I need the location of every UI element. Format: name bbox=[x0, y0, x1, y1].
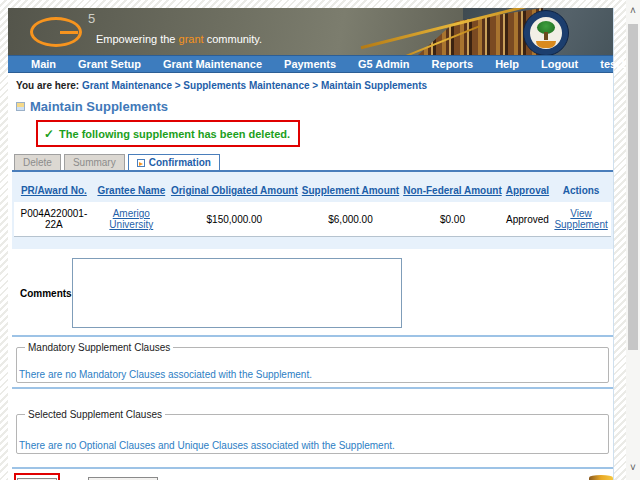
main-nav: Main Grant Setup Grant Maintenance Payme… bbox=[8, 55, 613, 73]
nav-reports[interactable]: Reports bbox=[421, 58, 485, 70]
mandatory-clauses-empty-text: There are no Mandatory Clauses associate… bbox=[19, 369, 312, 380]
cell-grantee-name: Amerigo University bbox=[94, 202, 169, 237]
cell-pr-award-no: P004A220001-22A bbox=[14, 202, 94, 237]
nav-payments[interactable]: Payments bbox=[273, 58, 347, 70]
cell-supplement-amount: $6,000.00 bbox=[300, 202, 401, 237]
col-grantee-name[interactable]: Grantee Name bbox=[94, 182, 169, 202]
mandatory-clauses-section: Mandatory Supplement Clauses There are n… bbox=[16, 342, 609, 383]
grantee-name-link[interactable]: Amerigo University bbox=[109, 208, 153, 230]
app-window: 5 Empowering the grant community. Main G… bbox=[8, 8, 614, 480]
breadcrumb: You are here: Grant Maintenance > Supple… bbox=[12, 80, 613, 91]
nav-help[interactable]: Help bbox=[484, 58, 530, 70]
section-divider bbox=[12, 335, 613, 337]
done-button-highlight: Done bbox=[14, 473, 60, 480]
col-supplement-amount[interactable]: Supplement Amount bbox=[300, 182, 401, 202]
comments-textarea[interactable] bbox=[72, 258, 402, 328]
table-row: P004A220001-22A Amerigo University $150,… bbox=[14, 202, 611, 237]
page-title-text: Maintain Supplements bbox=[30, 99, 168, 114]
selected-clauses-empty-text: There are no Optional Clauses and Unique… bbox=[19, 440, 395, 451]
confirmation-tab-icon bbox=[137, 159, 145, 167]
footer-graphic bbox=[589, 475, 613, 480]
tab-confirmation-label: Confirmation bbox=[149, 157, 211, 168]
mandatory-clauses-legend: Mandatory Supplement Clauses bbox=[25, 342, 173, 353]
nav-grant-setup[interactable]: Grant Setup bbox=[67, 58, 152, 70]
cell-original-obligated-amount: $150,000.00 bbox=[169, 202, 300, 237]
view-supplement-link[interactable]: View Supplement bbox=[554, 208, 607, 230]
selected-clauses-section: Selected Supplement Clauses There are no… bbox=[16, 409, 609, 454]
department-of-education-seal-icon bbox=[523, 10, 569, 55]
cell-non-federal-amount: $0.00 bbox=[401, 202, 504, 237]
breadcrumb-prefix: You are here: bbox=[16, 80, 79, 91]
header-banner: 5 Empowering the grant community. bbox=[8, 8, 613, 55]
tagline: Empowering the grant community. bbox=[96, 33, 262, 45]
cell-actions: View Supplement bbox=[551, 202, 611, 237]
supplement-table-container: PR/Award No. Grantee Name Original Oblig… bbox=[12, 172, 613, 249]
tab-confirmation[interactable]: Confirmation bbox=[128, 154, 220, 170]
col-approval[interactable]: Approval bbox=[504, 182, 551, 202]
scroll-up-icon[interactable]: ˄ bbox=[626, 3, 640, 19]
g5-logo-bar bbox=[60, 31, 78, 34]
section-divider bbox=[12, 467, 613, 469]
cell-approval: Approved bbox=[504, 202, 551, 237]
seal-inner bbox=[530, 17, 562, 49]
col-original-obligated-amount[interactable]: Original Obligated Amount bbox=[169, 182, 300, 202]
section-divider bbox=[12, 387, 613, 389]
nav-g5-admin[interactable]: G5 Admin bbox=[347, 58, 421, 70]
tagline-prefix: Empowering the bbox=[96, 33, 179, 45]
table-header-row: PR/Award No. Grantee Name Original Oblig… bbox=[14, 182, 611, 202]
tagline-suffix: community. bbox=[204, 33, 262, 45]
col-pr-award-no[interactable]: PR/Award No. bbox=[14, 182, 94, 202]
page-title: Maintain Supplements bbox=[16, 99, 613, 114]
nav-main[interactable]: Main bbox=[20, 58, 67, 70]
supplement-table: PR/Award No. Grantee Name Original Oblig… bbox=[14, 182, 611, 237]
tab-delete[interactable]: Delete bbox=[14, 154, 61, 170]
vertical-scrollbar[interactable]: ˄ ˅ bbox=[626, 0, 640, 480]
g5-logo: 5 bbox=[30, 13, 86, 49]
col-non-federal-amount[interactable]: Non-Federal Amount bbox=[401, 182, 504, 202]
tab-summary[interactable]: Summary bbox=[64, 154, 125, 170]
tab-strip: Delete Summary Confirmation bbox=[12, 154, 613, 172]
main-content: You are here: Grant Maintenance > Supple… bbox=[8, 73, 613, 480]
breadcrumb-path[interactable]: Grant Maintenance > Supplements Maintena… bbox=[82, 80, 427, 91]
nav-grant-maintenance[interactable]: Grant Maintenance bbox=[152, 58, 273, 70]
success-message-box: ✓The following supplement has been delet… bbox=[36, 120, 300, 147]
success-message-text: The following supplement has been delete… bbox=[59, 128, 290, 140]
tagline-highlight: grant bbox=[179, 33, 204, 45]
seal-base bbox=[536, 41, 556, 48]
checkmark-icon: ✓ bbox=[44, 127, 54, 141]
scroll-down-icon[interactable]: ˅ bbox=[626, 460, 640, 476]
button-row: Done Go to Home bbox=[12, 473, 613, 480]
comments-label: Comments bbox=[20, 288, 72, 299]
g5-logo-five: 5 bbox=[88, 11, 95, 26]
nav-logout[interactable]: Logout bbox=[530, 58, 589, 70]
seal-tree-trunk bbox=[544, 32, 548, 40]
scrollbar-thumb[interactable] bbox=[628, 24, 638, 350]
selected-clauses-legend: Selected Supplement Clauses bbox=[25, 409, 165, 420]
comments-section: Comments bbox=[12, 258, 613, 328]
col-actions: Actions bbox=[551, 182, 611, 202]
page-title-icon bbox=[16, 102, 25, 111]
